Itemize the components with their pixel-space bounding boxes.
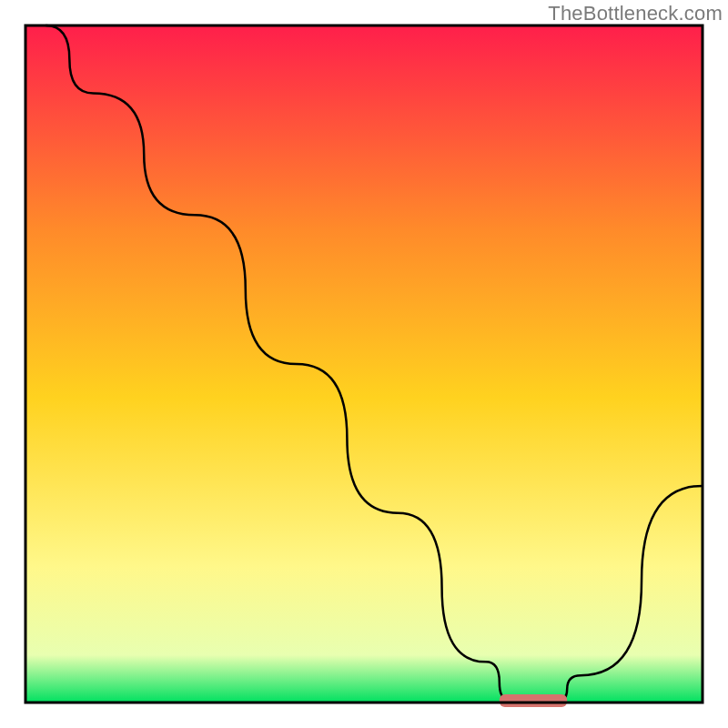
chart-container: TheBottleneck.com — [0, 0, 728, 728]
gradient-background — [25, 25, 703, 703]
bottleneck-chart — [0, 0, 728, 728]
watermark-text: TheBottleneck.com — [548, 2, 723, 25]
optimal-marker — [500, 694, 567, 707]
